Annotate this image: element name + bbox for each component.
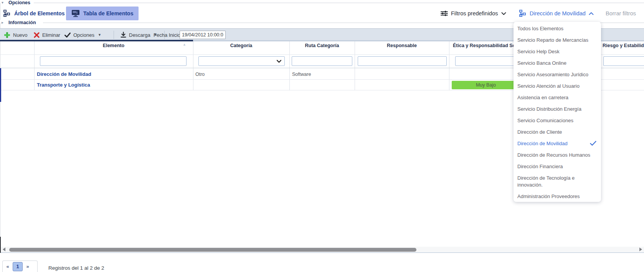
app-window: ▾ Opciones Árbol de Elementos Tabla de E… <box>0 0 644 272</box>
menu-item-todos-los-elementos[interactable]: Todos los Elementos <box>514 23 601 34</box>
column-divider <box>355 41 355 90</box>
borrar-filtros-button[interactable]: Borrar filtros <box>606 8 636 18</box>
tree-icon <box>3 10 11 17</box>
menu-item-servicio-distribucion[interactable]: Servicio Distribución Energía <box>514 103 601 115</box>
menu-item-servicio-help-desk[interactable]: Servicio Help Desk <box>514 46 601 57</box>
delete-x-icon <box>34 32 40 38</box>
menu-item-direccion-movilidad[interactable]: Dirección de Movilidad <box>514 138 601 149</box>
column-header-ruta-categoria[interactable]: Ruta Categoría <box>289 43 355 48</box>
sort-ascending-icon[interactable]: ▲ <box>183 43 186 46</box>
column-header-elemento[interactable]: Elemento <box>34 43 193 48</box>
section-title-informacion: Información <box>8 20 36 25</box>
nuevo-label: Nuevo <box>13 32 28 38</box>
row-selection-bar <box>0 68 1 102</box>
filter-input-responsable[interactable] <box>358 56 447 66</box>
expand-arrow-icon[interactable]: ▸ <box>2 20 3 25</box>
collapse-arrow-icon[interactable]: ▾ <box>2 0 3 5</box>
divider <box>0 252 644 253</box>
chevron-down-icon <box>501 12 506 15</box>
chevron-up-icon <box>589 12 594 15</box>
menu-item-servicio-reparto[interactable]: Servicio Reparto de Mercancías <box>514 34 601 46</box>
fecha-inicio-label: Fecha Inicio <box>154 32 180 38</box>
table-top-bar <box>0 40 193 41</box>
menu-item-direccion-tecnologia[interactable]: Dirección de Tecnología e innovación. <box>514 172 592 191</box>
descarga-button[interactable]: Descarga ▼ <box>121 29 157 41</box>
borrar-filtros-label: Borrar filtros <box>606 10 636 16</box>
menu-item-administracion-proveedores[interactable]: Administración Proveedores <box>514 191 601 202</box>
element-link[interactable]: Transporte y Logística <box>37 82 90 88</box>
column-divider <box>34 41 35 90</box>
menu-item-servicio-atencion[interactable]: Servicio Atención al Usuario <box>514 80 601 92</box>
menu-item-asistencia-carretera[interactable]: Asistencia en carretera <box>514 92 601 103</box>
eliminar-button[interactable]: Eliminar <box>34 29 60 41</box>
element-link[interactable]: Dirección de Movilidad <box>37 71 91 77</box>
caret-down-icon: ▼ <box>98 33 101 37</box>
tabla-de-elementos-button[interactable]: Tabla de Elementos <box>66 7 139 20</box>
toolbar-separator <box>114 31 114 39</box>
column-divider <box>289 41 290 90</box>
descarga-label: Descarga <box>129 32 150 38</box>
pagination-last-button[interactable]: » <box>23 264 33 269</box>
column-header-riesgo[interactable]: Riesgo y Estabilidad <box>603 43 644 48</box>
cell-ruta-categoria: Software <box>292 72 311 77</box>
menu-item-servicio-asesoramiento[interactable]: Servicio Asesoramiento Jurídico <box>514 69 601 80</box>
records-summary: Registros del 1 al 2 de 2 <box>48 265 104 271</box>
divider <box>34 3 644 3</box>
menu-item-direccion-financiera[interactable]: Dirección Financiera <box>514 161 601 172</box>
arbol-de-elementos-label: Árbol de Elementos <box>14 10 64 16</box>
fecha-inicio-input[interactable] <box>180 31 226 39</box>
column-header-etica[interactable]: Ética y Responsabilidad Social <box>453 43 523 48</box>
fieldset-border <box>0 3 0 20</box>
plus-icon <box>4 32 10 38</box>
menu-item-servicio-comunicaciones[interactable]: Servicio Comunicaciones <box>514 115 601 126</box>
eliminar-label: Eliminar <box>42 32 60 38</box>
menu-item-label: Dirección de Movilidad <box>517 140 568 147</box>
column-header-categoria[interactable]: Categoría <box>193 43 289 48</box>
scroll-left-arrow[interactable] <box>3 247 5 251</box>
download-icon <box>121 32 126 38</box>
chevron-down-icon <box>277 60 281 63</box>
filter-input-elemento[interactable] <box>40 56 187 66</box>
tabla-de-elementos-label: Tabla de Elementos <box>83 10 133 16</box>
pagination-control: « 1 » <box>2 261 38 272</box>
opciones-label: Opciones <box>73 32 94 38</box>
filtros-predefinidos-button[interactable]: Filtros predefinidos <box>441 8 506 18</box>
element-filter-dropdown-menu: Todos los Elementos Servicio Reparto de … <box>514 22 601 202</box>
monitor-icon <box>71 10 80 17</box>
filter-input-ruta-categoria[interactable] <box>292 56 352 66</box>
nuevo-button[interactable]: Nuevo <box>4 29 28 41</box>
status-badge-muy-bajo: Muy Bajo <box>452 81 520 89</box>
horizontal-scrollbar-thumb[interactable] <box>9 248 416 252</box>
arbol-de-elementos-button[interactable]: Árbol de Elementos <box>3 7 64 20</box>
column-divider <box>193 41 193 90</box>
check-icon <box>64 33 71 38</box>
column-divider <box>449 41 449 90</box>
fieldset-border <box>0 23 0 253</box>
pagination-first-button[interactable]: « <box>3 264 13 269</box>
pagination-page-1-button[interactable]: 1 <box>13 262 23 271</box>
section-title-opciones: Opciones <box>8 0 30 5</box>
selected-check-icon <box>590 141 596 146</box>
element-filter-dropdown-button[interactable]: Dirección de Movilidad <box>519 8 594 18</box>
menu-item-servicio-banca-online[interactable]: Servicio Banca Online <box>514 57 601 69</box>
menu-item-direccion-cliente[interactable]: Dirección de Cliente <box>514 126 601 138</box>
tree-icon-blue <box>519 10 527 17</box>
filter-select-categoria[interactable] <box>198 56 285 66</box>
filter-input-riesgo[interactable] <box>603 56 644 66</box>
scroll-right-arrow[interactable] <box>639 247 642 251</box>
sliders-icon <box>441 10 448 16</box>
column-header-responsable[interactable]: Responsable <box>355 43 449 48</box>
table-left-border <box>0 237 1 253</box>
menu-item-direccion-rrhh[interactable]: Dirección de Recursos Humanos <box>514 149 601 161</box>
cell-categoria: Otro <box>195 72 205 77</box>
opciones-menu-button[interactable]: Opciones ▼ <box>64 29 101 41</box>
element-filter-label: Dirección de Movilidad <box>530 10 586 16</box>
filtros-predefinidos-label: Filtros predefinidos <box>451 10 498 16</box>
